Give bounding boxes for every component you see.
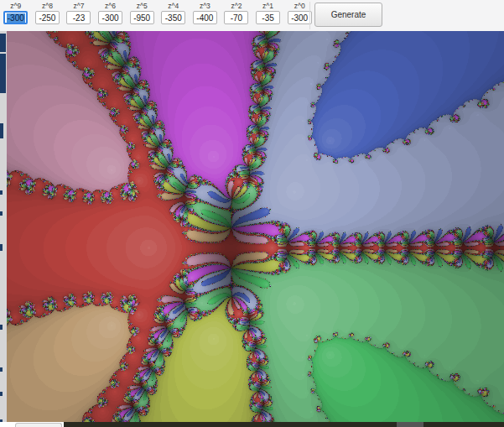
coefficient-field-z0: z^0: [283, 2, 315, 24]
edge-mark: [0, 54, 6, 93]
toolbar-separator: [309, 2, 310, 29]
generate-button[interactable]: Generate: [314, 3, 382, 27]
coefficient-label: z^7: [74, 2, 85, 11]
coefficient-input-z7[interactable]: [66, 11, 91, 24]
coefficient-input-z1[interactable]: [256, 11, 280, 24]
background-strip-segment: [397, 422, 423, 427]
coefficient-field-z2: z^2: [221, 2, 252, 24]
coefficient-label: z^8: [42, 2, 53, 11]
edge-mark: [0, 211, 3, 216]
selected-text: -300: [7, 13, 25, 23]
coefficient-field-z6: z^6: [95, 2, 127, 24]
fractal-canvas: [7, 31, 504, 422]
coefficient-fields: z^9-300z^8z^7z^6z^5z^4z^3z^2z^1z^0: [0, 2, 315, 24]
coefficient-input-z9[interactable]: -300: [3, 11, 28, 24]
coefficient-input-z0[interactable]: [288, 11, 312, 24]
coefficient-label: z^9: [10, 2, 21, 11]
coefficient-label: z^3: [200, 2, 210, 11]
edge-mark: [0, 34, 6, 52]
background-area: [0, 422, 64, 427]
coefficient-input-z5[interactable]: [130, 11, 154, 24]
edge-mark: [0, 123, 3, 138]
coefficient-input-z2[interactable]: [224, 11, 248, 24]
coefficient-label: z^2: [231, 2, 242, 11]
edge-mark: [0, 367, 3, 372]
edge-mark: [0, 190, 3, 195]
coefficient-label: z^5: [137, 2, 148, 11]
coefficient-field-z8: z^8: [32, 2, 64, 24]
coefficient-field-z1: z^1: [252, 2, 284, 24]
coefficient-input-z8[interactable]: [35, 11, 60, 24]
coefficient-input-z3[interactable]: [193, 11, 217, 24]
edge-mark: [0, 244, 3, 251]
coefficient-field-z7: z^7: [63, 2, 95, 24]
background-window-strip: [64, 422, 504, 427]
edge-mark: [0, 325, 3, 330]
coefficient-label: z^1: [262, 2, 273, 11]
toolbar: z^9-300z^8z^7z^6z^5z^4z^3z^2z^1z^0 Gener…: [0, 0, 504, 31]
edge-mark: [0, 392, 3, 396]
coefficient-input-z4[interactable]: [161, 11, 185, 24]
coefficient-field-z5: z^5: [126, 2, 158, 24]
coefficient-field-z3: z^3: [190, 2, 221, 24]
background-window-edge: [0, 31, 7, 422]
coefficient-label: z^4: [168, 2, 179, 11]
fractal-view: [7, 31, 504, 422]
coefficient-field-z9: z^9-300: [0, 2, 32, 24]
coefficient-label: z^6: [105, 2, 116, 11]
coefficient-input-z6[interactable]: [98, 11, 122, 24]
coefficient-label: z^0: [294, 2, 305, 11]
coefficient-field-z4: z^4: [158, 2, 190, 24]
background-partial-button: [15, 423, 62, 427]
